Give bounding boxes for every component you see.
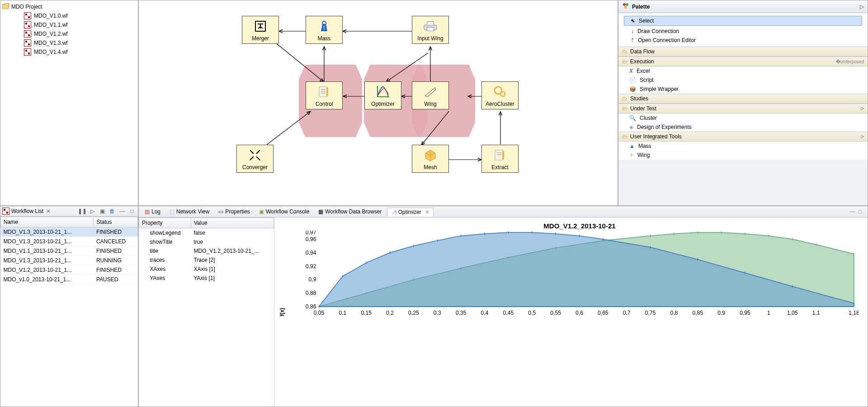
script-icon: 📄: [629, 77, 636, 83]
node-mass[interactable]: tMass: [306, 16, 343, 44]
file-label: MDO_V1.2.wf: [34, 31, 68, 37]
table-row[interactable]: tracesTrace [2]: [139, 256, 274, 265]
trash-button[interactable]: 🗑: [108, 207, 116, 215]
tab-properties[interactable]: ▭Properties: [214, 207, 254, 216]
col-value[interactable]: Value: [191, 218, 274, 228]
node-label: Converger: [238, 164, 272, 170]
cell-status: CANCELED: [94, 237, 138, 246]
palette-item-doe[interactable]: ◈Design of Experiments: [618, 123, 868, 132]
table-row[interactable]: XAxesXAxis [1]: [139, 265, 274, 274]
folder-icon: 🗁: [622, 133, 627, 140]
svg-text:0,25: 0,25: [408, 310, 419, 316]
cell-status: FINISHED: [94, 246, 138, 256]
pause-button[interactable]: ❚❚: [78, 207, 86, 215]
table-row[interactable]: YAxesYAxis [1]: [139, 274, 274, 283]
cell-value: MDO_V1.2_2013-10-21_...: [191, 246, 274, 256]
col-status[interactable]: Status: [94, 217, 138, 227]
palette-item-excel[interactable]: XExcel: [618, 66, 868, 76]
palette-item-wrapper[interactable]: 📦Simple Wrapper: [618, 85, 868, 94]
node-mesh[interactable]: Mesh: [412, 145, 449, 173]
svg-rect-34: [495, 150, 503, 160]
table-row[interactable]: showTitletrue: [139, 237, 274, 246]
file-label: MDO_V1.3.wf: [34, 40, 68, 46]
close-icon[interactable]: ✕: [46, 208, 51, 214]
palette-item-script[interactable]: 📄Script: [618, 76, 868, 85]
tree-file[interactable]: MDO_V1.0.wf: [0, 11, 138, 20]
cell-value: YAxis [1]: [191, 274, 274, 283]
table-row[interactable]: titleMDO_V1.2_2013-10-21_...: [139, 246, 274, 256]
collapse-icon[interactable]: ▷: [860, 4, 864, 10]
project-root-label: MDO Project: [11, 4, 42, 10]
svg-text:0,7: 0,7: [623, 310, 631, 316]
close-icon[interactable]: ✕: [425, 209, 429, 215]
maximize-button[interactable]: □: [859, 208, 866, 215]
palette-group-studies[interactable]: 🗀Studies: [618, 94, 868, 104]
minimize-button[interactable]: —: [849, 208, 857, 215]
table-row[interactable]: MDO_V1.1_2013-10-21_1...FINISHED: [1, 246, 138, 256]
cube-icon: ◈: [629, 124, 633, 130]
svg-text:1,05: 1,05: [787, 310, 798, 316]
col-property[interactable]: Property: [139, 218, 191, 228]
palette-tool-open-editor[interactable]: ᚶOpen Connection Editor: [620, 36, 866, 45]
palette-tool-draw-connection[interactable]: ↓Draw Connection: [620, 27, 866, 36]
tab-browser[interactable]: ▦Workflow Data Browser: [314, 207, 386, 216]
col-name[interactable]: Name: [1, 217, 94, 227]
node-wing[interactable]: Wing: [412, 81, 449, 109]
palette-title: Palette: [632, 4, 650, 10]
palette-item-wing[interactable]: ✈Wing: [618, 151, 868, 160]
svg-text:0,3: 0,3: [434, 310, 441, 316]
stop-button[interactable]: ▣: [98, 207, 106, 215]
palette-item-mass[interactable]: ▲Mass: [618, 142, 868, 151]
network-icon: ⬚: [170, 208, 175, 215]
bottom-panel: ▤Log ⬚Network View ▭Properties ▣Workflow…: [138, 206, 868, 407]
folder-open-icon: [2, 3, 9, 10]
node-optimizer[interactable]: Optimizer: [364, 81, 401, 109]
table-row[interactable]: MDO_V1.3_2013-10-21_1...RUNNING: [1, 256, 138, 265]
svg-marker-27: [377, 86, 378, 88]
project-root[interactable]: MDO Project: [0, 2, 138, 11]
node-converger[interactable]: Converger: [236, 145, 274, 173]
node-label: Control: [307, 101, 341, 107]
item-label: Wing: [637, 152, 650, 158]
tree-file[interactable]: MDO_V1.4.wf: [0, 47, 138, 57]
group-label: Under Test: [630, 105, 656, 112]
palette-item-cluster[interactable]: 🔍Cluster: [618, 114, 868, 123]
cell-name: MDO_V1.3_2013-10-21_1...: [1, 227, 94, 237]
tab-optimizer[interactable]: ⩘Optimizer✕: [387, 208, 434, 217]
node-extract[interactable]: Extract: [481, 145, 519, 173]
svg-text:0,5: 0,5: [528, 310, 536, 316]
table-row[interactable]: MDO_v1.0_2013-10-21_1...PAUSED: [1, 275, 138, 284]
tab-log[interactable]: ▤Log: [141, 207, 165, 216]
extract-icon: [493, 148, 507, 162]
svg-rect-17: [427, 22, 434, 25]
tree-file[interactable]: MDO_V1.3.wf: [0, 38, 138, 47]
svg-text:0,86: 0,86: [306, 303, 316, 310]
table-row[interactable]: MDO_V1.3_2013-10-21_1...CANCELED: [1, 237, 138, 246]
svg-text:0,6: 0,6: [576, 310, 583, 316]
palette-group-undertest[interactable]: 🗁Under Test⟳: [618, 104, 868, 114]
table-row[interactable]: MDO_V1.3_2013-10-21_1...FINISHED: [1, 227, 138, 237]
minimize-button[interactable]: —: [118, 207, 126, 215]
palette-group-userint[interactable]: 🗁User Integrated Tools⟳: [618, 132, 868, 142]
tree-file[interactable]: MDO_V1.2.wf: [0, 29, 138, 38]
node-aerocluster[interactable]: AeroCluster: [481, 81, 519, 109]
palette-group-dataflow[interactable]: 🗀Data Flow: [618, 47, 868, 57]
node-control[interactable]: Control: [306, 81, 343, 109]
table-row[interactable]: showLegendfalse: [139, 228, 274, 238]
node-inputwing[interactable]: Input Wing: [412, 16, 449, 44]
palette-group-execution[interactable]: 🗁Execution�ointerposed: [618, 57, 868, 66]
tab-network[interactable]: ⬚Network View: [165, 207, 213, 216]
table-row[interactable]: MDO_V1.2_2013-10-21_1...FINISHED: [1, 265, 138, 275]
cell-key: showLegend: [139, 228, 191, 238]
properties-icon: ▭: [218, 208, 223, 215]
svg-text:0,2: 0,2: [386, 310, 394, 316]
maximize-button[interactable]: □: [128, 207, 136, 215]
workflow-canvas[interactable]: Merger tMass Input Wing Control Optimize…: [138, 0, 618, 206]
svg-rect-37: [502, 151, 504, 159]
tree-file[interactable]: MDO_V1.1.wf: [0, 20, 138, 29]
play-button[interactable]: ▷: [88, 207, 96, 215]
palette-tool-select[interactable]: ⬉Select: [624, 16, 862, 26]
workflow-list-panel: Workflow List ✕ ❚❚ ▷ ▣ 🗑 — □ Name Status…: [0, 206, 138, 407]
node-merger[interactable]: Merger: [242, 16, 279, 44]
tab-console[interactable]: ▣Workflow Console: [255, 207, 313, 216]
